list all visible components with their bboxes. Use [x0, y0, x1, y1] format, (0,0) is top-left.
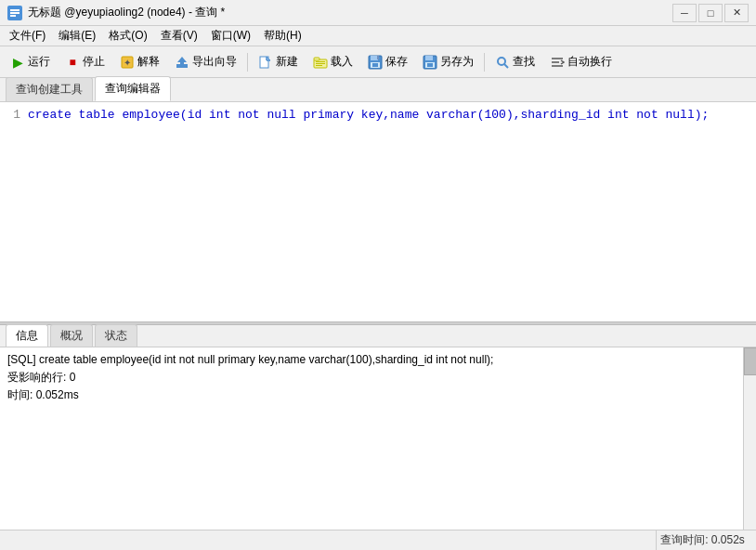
menu-format[interactable]: 格式(O) — [103, 27, 152, 46]
saveas-icon — [423, 55, 437, 70]
save-button[interactable]: 保存 — [361, 50, 414, 74]
export-icon — [175, 55, 189, 70]
load-label: 载入 — [331, 54, 353, 70]
svg-rect-25 — [427, 63, 433, 67]
svg-rect-21 — [372, 63, 378, 67]
find-label: 查找 — [513, 54, 535, 70]
svg-rect-19 — [377, 56, 379, 59]
result-tab-bar: 信息 概况 状态 — [0, 325, 756, 347]
svg-rect-6 — [176, 64, 188, 68]
svg-point-26 — [498, 58, 505, 65]
result-tab-status[interactable]: 状态 — [95, 324, 137, 347]
menu-help[interactable]: 帮助(H) — [258, 27, 307, 46]
svg-rect-23 — [425, 56, 433, 60]
svg-rect-1 — [10, 9, 20, 11]
svg-text:✦: ✦ — [124, 58, 131, 68]
save-icon — [368, 55, 383, 70]
explain-label: 解释 — [137, 54, 160, 70]
status-query-time: 查询时间: 0.052s — [656, 530, 749, 551]
app-icon — [7, 6, 22, 20]
tab-query-builder[interactable]: 查询创建工具 — [6, 77, 93, 101]
explain-icon: ✦ — [120, 55, 135, 70]
query-time-text: 查询时间: 0.052s — [660, 532, 745, 548]
title-bar-left: 无标题 @yeyupiaoling2 (node4) - 查询 * — [7, 5, 225, 20]
line-number-1: 1 — [0, 106, 28, 124]
result-sql: [SQL] create table employee(id int not n… — [7, 353, 749, 366]
export-label: 导出向导 — [192, 54, 237, 70]
tab-query-editor[interactable]: 查询编辑器 — [95, 76, 171, 101]
separator-2 — [484, 53, 485, 72]
maximize-button[interactable]: □ — [698, 4, 723, 22]
code-text-1: create table employee(id int not null pr… — [28, 106, 709, 124]
code-editor[interactable]: 1 create table employee(id int not null … — [0, 102, 756, 321]
status-bar: 查询时间: 0.052s — [0, 530, 756, 550]
run-label: 运行 — [28, 54, 50, 70]
editor-area: 1 create table employee(id int not null … — [0, 102, 756, 321]
stop-icon: ■ — [65, 55, 80, 70]
result-tab-info[interactable]: 信息 — [6, 324, 48, 347]
window-controls: ─ □ ✕ — [672, 4, 749, 22]
find-button[interactable]: 查找 — [489, 50, 541, 74]
new-icon — [258, 55, 273, 70]
svg-marker-7 — [177, 57, 187, 64]
stop-button[interactable]: ■ 停止 — [59, 50, 111, 74]
wrap-label: 自动换行 — [567, 54, 612, 70]
stop-label: 停止 — [83, 54, 105, 70]
menu-edit[interactable]: 编辑(E) — [53, 27, 101, 46]
result-scrollbar[interactable] — [743, 347, 756, 530]
run-icon: ▶ — [10, 55, 25, 70]
find-icon — [495, 55, 510, 70]
run-button[interactable]: ▶ 运行 — [4, 50, 57, 74]
svg-rect-18 — [371, 56, 378, 60]
scrollbar-thumb[interactable] — [744, 347, 756, 375]
result-time: 时间: 0.052ms — [7, 387, 749, 403]
code-line-1: 1 create table employee(id int not null … — [0, 106, 756, 124]
title-bar: 无标题 @yeyupiaoling2 (node4) - 查询 * ─ □ ✕ — [0, 0, 756, 26]
result-content: [SQL] create table employee(id int not n… — [0, 347, 756, 530]
new-label: 新建 — [276, 54, 298, 70]
save-label: 保存 — [385, 54, 408, 70]
menu-bar: 文件(F) 编辑(E) 格式(O) 查看(V) 窗口(W) 帮助(H) — [0, 26, 756, 46]
menu-window[interactable]: 窗口(W) — [205, 27, 256, 46]
load-icon — [313, 55, 328, 70]
result-affected: 受影响的行: 0 — [7, 370, 749, 386]
svg-rect-2 — [10, 12, 20, 14]
svg-line-27 — [504, 64, 508, 68]
menu-view[interactable]: 查看(V) — [155, 27, 203, 46]
svg-rect-15 — [316, 63, 325, 64]
result-area: 信息 概况 状态 [SQL] create table employee(id … — [0, 325, 756, 530]
menu-file[interactable]: 文件(F) — [4, 27, 51, 46]
editor-tab-bar: 查询创建工具 查询编辑器 — [0, 78, 756, 102]
saveas-button[interactable]: 另存为 — [416, 50, 480, 74]
wrap-icon — [550, 55, 565, 70]
separator-1 — [247, 53, 248, 72]
load-button[interactable]: 载入 — [306, 50, 359, 74]
saveas-label: 另存为 — [440, 54, 474, 70]
export-button[interactable]: 导出向导 — [168, 50, 243, 74]
toolbar: ▶ 运行 ■ 停止 ✦ 解释 导出向导 — [0, 46, 756, 78]
wrap-button[interactable]: 自动换行 — [543, 50, 619, 74]
explain-button[interactable]: ✦ 解释 — [113, 50, 166, 74]
window-title: 无标题 @yeyupiaoling2 (node4) - 查询 * — [28, 5, 225, 20]
close-button[interactable]: ✕ — [724, 4, 749, 22]
result-tab-overview[interactable]: 概况 — [50, 324, 93, 347]
minimize-button[interactable]: ─ — [672, 4, 697, 22]
new-button[interactable]: 新建 — [252, 50, 305, 74]
svg-rect-14 — [316, 61, 325, 62]
svg-rect-16 — [316, 65, 322, 66]
svg-rect-13 — [314, 58, 319, 60]
svg-rect-3 — [10, 15, 16, 17]
